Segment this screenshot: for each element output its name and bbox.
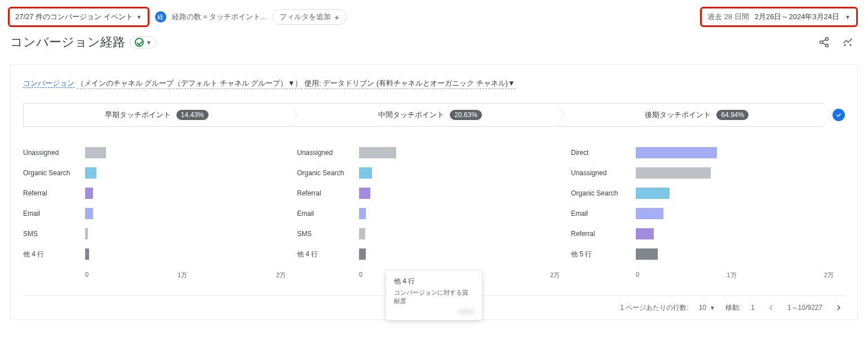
bar-label: 他 4 行 [23, 250, 85, 259]
chart-2: DirectUnassignedOrganic SearchEmailRefer… [571, 143, 845, 279]
path-filter-text[interactable]: 経路の数 = タッチポイント... [172, 12, 267, 22]
step-label: 後期タッチポイント [645, 110, 711, 120]
conversion-events-filter[interactable]: 27/27 件のコンバージョン イベント ▼ [8, 7, 149, 27]
axis-tick: 1万 [178, 271, 187, 279]
dimension-selector[interactable]: （メインのチャネル グループ（デフォルト チャネル グループ）▼） [77, 79, 303, 89]
rows-per-page-label: 1 ページあたりの行数: [620, 303, 688, 313]
add-filter-label: フィルタを追加 [280, 12, 331, 22]
bar-label: Email [23, 210, 85, 217]
step-pct: 64.94% [716, 110, 749, 120]
svg-point-2 [826, 44, 829, 47]
date-range: 2月26日～2024年3月24日 [755, 12, 839, 22]
bar-row: Direct [571, 143, 834, 163]
status-chip[interactable]: ▼ [130, 36, 157, 48]
date-prefix: 過去 28 日間 [707, 12, 749, 22]
bar-label: 他 4 行 [297, 250, 359, 259]
bar-row: Referral [571, 224, 834, 244]
goto-label: 移動: [725, 303, 741, 313]
axis-tick: 2万 [276, 271, 286, 279]
bar[interactable] [636, 228, 654, 239]
svg-line-3 [822, 39, 826, 41]
bar-label: Referral [571, 230, 636, 238]
bar-label: Organic Search [23, 169, 85, 177]
check-circle-icon [135, 38, 144, 47]
bar-label: Unassigned [571, 169, 636, 177]
path-badge-icon: 経 [155, 11, 166, 23]
bar-row: 他 5 行 [571, 244, 834, 264]
step-early[interactable]: 早期タッチポイント 14.43% [23, 103, 290, 127]
bar-label: Email [297, 210, 359, 217]
svg-point-0 [826, 38, 829, 41]
bar-row: Organic Search [23, 163, 286, 183]
bar[interactable] [636, 167, 711, 179]
bar[interactable] [636, 248, 658, 260]
bar[interactable] [85, 208, 93, 219]
bar-label: Organic Search [571, 189, 636, 197]
bar-row: Unassigned [23, 143, 286, 163]
step-late[interactable]: 後期タッチポイント 64.94% [557, 103, 823, 127]
bar-row: SMS [23, 224, 286, 244]
attribution-model[interactable]: 使用: データドリブン (有料チャネルとオーガニック チャネル)▼ [304, 79, 515, 89]
plus-icon: + [334, 12, 339, 22]
bar[interactable] [359, 228, 365, 239]
bar[interactable] [636, 147, 717, 158]
bar-label: Unassigned [297, 149, 359, 157]
chart-config-row[interactable]: コンバージョン （メインのチャネル グループ（デフォルト チャネル グループ）▼… [23, 78, 845, 88]
bar-row: Referral [23, 183, 286, 203]
tooltip-value: xxxxx [394, 308, 474, 314]
steps-done-icon [832, 109, 845, 121]
bar-row: Unassigned [571, 163, 834, 183]
bar-row: Email [23, 203, 286, 224]
bar-row: Unassigned [297, 143, 560, 163]
insights-icon[interactable] [841, 35, 854, 49]
step-mid[interactable]: 中間タッチポイント 20.63% [290, 103, 556, 127]
date-range-picker[interactable]: 過去 28 日間 2月26日～2024年3月24日 ▼ [700, 7, 858, 27]
axis-tick: 2万 [550, 271, 560, 279]
bar-label: SMS [23, 230, 85, 238]
bar-label: Email [571, 210, 636, 217]
bar[interactable] [85, 147, 106, 158]
axis-tick: 0 [359, 271, 362, 279]
caret-down-icon: ▼ [146, 39, 152, 46]
caret-down-icon: ▼ [710, 305, 715, 311]
add-filter-button[interactable]: フィルタを追加 + [272, 9, 347, 25]
caret-down-icon: ▼ [136, 14, 142, 20]
step-label: 中間タッチポイント [378, 110, 444, 120]
next-page-button[interactable] [832, 301, 845, 314]
metric-selector[interactable]: コンバージョン [23, 79, 74, 88]
page-range: 1～10/9227 [787, 303, 822, 313]
rows-per-page-select[interactable]: 10 ▼ [699, 304, 715, 312]
bar[interactable] [359, 147, 396, 158]
step-pct: 14.43% [176, 110, 209, 120]
bar[interactable] [359, 167, 372, 179]
svg-point-6 [850, 45, 851, 46]
bar[interactable] [85, 248, 89, 260]
bar-row: 他 4 行 [23, 244, 286, 264]
axis-tick: 0 [636, 271, 639, 279]
goto-value[interactable]: 1 [751, 304, 755, 312]
bar-row: Referral [297, 183, 560, 203]
bar[interactable] [359, 248, 366, 260]
page-title: コンバージョン経路 [10, 34, 125, 51]
svg-point-1 [820, 41, 823, 44]
prev-page-button[interactable] [765, 301, 777, 314]
bar-label: 他 5 行 [571, 250, 636, 259]
bar[interactable] [359, 208, 366, 219]
bar-row: Email [297, 203, 560, 224]
bar[interactable] [85, 228, 88, 239]
bar-label: Referral [297, 189, 359, 197]
bar[interactable] [636, 208, 663, 219]
bar-label: Unassigned [23, 149, 85, 157]
bar-label: SMS [297, 230, 359, 238]
bar[interactable] [359, 188, 370, 199]
bar-row: Email [571, 203, 834, 224]
bar-row: 他 4 行 [297, 244, 560, 264]
svg-point-5 [844, 45, 845, 46]
bar-row: Organic Search [571, 183, 834, 203]
share-icon[interactable] [817, 35, 831, 49]
bar[interactable] [636, 188, 670, 199]
bar[interactable] [85, 167, 96, 179]
axis-tick: 2万 [824, 271, 834, 279]
bar[interactable] [85, 188, 93, 199]
chart-1: UnassignedOrganic SearchReferralEmailSMS… [297, 143, 571, 279]
